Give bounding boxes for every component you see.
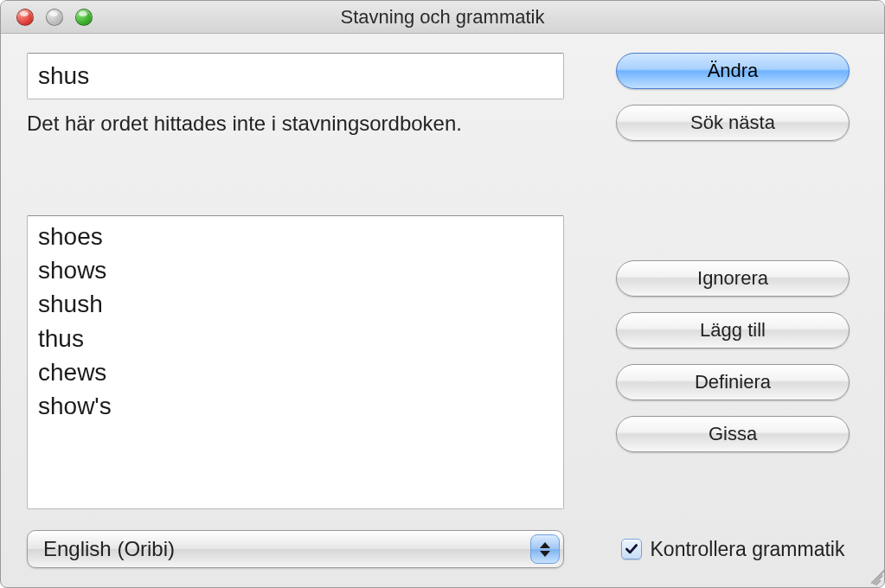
find-next-button[interactable]: Sök nästa — [616, 105, 850, 141]
popup-stepper-icon[interactable] — [530, 534, 560, 564]
list-item[interactable]: shush — [28, 287, 563, 321]
button-label: Definiera — [695, 371, 771, 393]
button-label: Sök nästa — [690, 112, 775, 134]
button-label: Lägg till — [700, 319, 766, 342]
misspelled-word-input[interactable] — [27, 53, 564, 99]
window-title: Stavning och grammatik — [1, 6, 884, 29]
ignore-button[interactable]: Ignorera — [616, 260, 850, 297]
bottom-row: English (Oribi) — [27, 528, 564, 570]
button-label: Ignorera — [697, 267, 768, 290]
button-label: Gissa — [709, 423, 757, 445]
content-area: Det här ordet hittades inte i stavningso… — [1, 34, 884, 587]
left-column: Det här ordet hittades inte i stavningso… — [27, 53, 564, 570]
change-button[interactable]: Ändra — [616, 53, 850, 89]
zoom-icon[interactable] — [75, 9, 93, 26]
titlebar: Stavning och grammatik — [1, 1, 884, 34]
define-button[interactable]: Definiera — [616, 364, 850, 400]
list-item[interactable]: chews — [28, 355, 563, 389]
checkmark-icon — [624, 541, 639, 557]
guess-button[interactable]: Gissa — [616, 416, 850, 452]
language-selected-label: English (Oribi) — [43, 537, 175, 561]
suggestions-list[interactable]: shoes shows shush thus chews show's — [27, 215, 564, 509]
status-message: Det här ordet hittades inte i stavningso… — [27, 112, 564, 136]
right-column: Ändra Sök nästa Ignorera Lägg till Defin… — [607, 53, 858, 570]
grammar-checkbox[interactable] — [621, 539, 642, 559]
minimize-icon[interactable] — [46, 9, 63, 26]
add-button[interactable]: Lägg till — [616, 312, 850, 348]
spelling-grammar-window: Stavning och grammatik Det här ordet hit… — [0, 0, 885, 588]
grammar-checkbox-label: Kontrollera grammatik — [651, 538, 845, 561]
list-item[interactable]: show's — [28, 389, 563, 423]
grammar-checkbox-row: Kontrollera grammatik — [621, 528, 845, 570]
language-popup[interactable]: English (Oribi) — [27, 530, 564, 568]
list-item[interactable]: shoes — [28, 220, 563, 253]
button-label: Ändra — [708, 60, 759, 82]
close-icon[interactable] — [16, 9, 34, 26]
list-item[interactable]: thus — [28, 322, 563, 355]
resize-grip-icon[interactable] — [862, 565, 881, 584]
traffic-lights — [1, 9, 93, 26]
list-item[interactable]: shows — [28, 253, 563, 287]
